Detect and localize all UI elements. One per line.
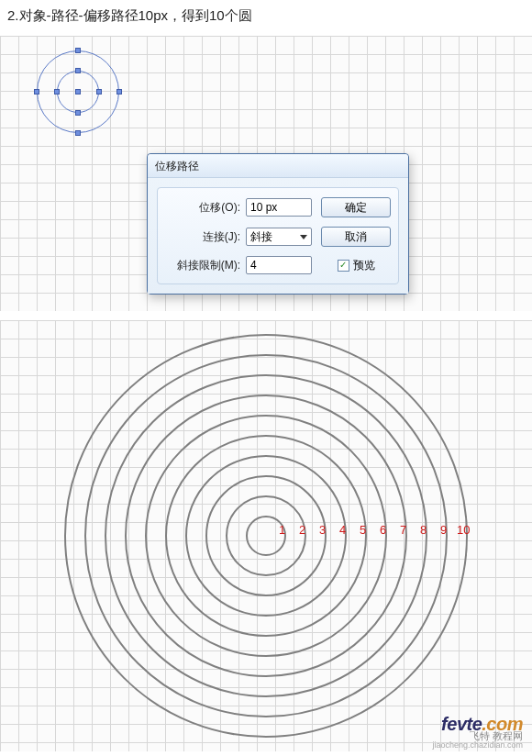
preview-checkbox[interactable]: ✓ <box>338 260 349 272</box>
dialog-titlebar[interactable]: 位移路径 <box>148 154 408 178</box>
miter-input[interactable] <box>246 256 312 274</box>
offset-label: 位移(O): <box>199 200 240 216</box>
handle-s[interactable] <box>75 110 81 116</box>
watermark-line3: jiaocheng.chazidian.com <box>432 741 523 750</box>
handle-outer-e[interactable] <box>116 89 122 94</box>
handle-e[interactable] <box>96 89 102 94</box>
canvas-bottom: 1 2 3 4 5 6 7 8 9 10 fevte.com 飞特 教程网 ji… <box>0 320 532 751</box>
join-dropdown[interactable]: 斜接 <box>246 228 312 246</box>
ring-label-10: 10 <box>457 522 470 536</box>
dialog-title: 位移路径 <box>155 160 199 172</box>
ring-label-1: 1 <box>279 522 285 536</box>
join-row: 连接(J): 斜接 <box>165 228 312 246</box>
ring-label-4: 4 <box>339 522 346 536</box>
preview-row[interactable]: ✓ 预览 <box>321 258 391 273</box>
handle-outer-s[interactable] <box>75 130 81 136</box>
chevron-down-icon <box>300 235 307 239</box>
join-value: 斜接 <box>250 229 272 245</box>
handle-w[interactable] <box>54 89 60 94</box>
ring-label-7: 7 <box>400 522 406 536</box>
ring-label-2: 2 <box>299 522 305 536</box>
miter-row: 斜接限制(M): <box>165 256 312 274</box>
offset-row: 位移(O): <box>165 198 312 217</box>
cancel-button[interactable]: 取消 <box>321 227 391 247</box>
preview-label: 预览 <box>353 258 375 273</box>
canvas-top: 位移路径 位移(O): 确定 连接(J): 斜接 取消 斜接限 <box>0 36 532 311</box>
ring-label-3: 3 <box>319 522 326 536</box>
handle-outer-w[interactable] <box>34 89 39 94</box>
dialog-body: 位移(O): 确定 连接(J): 斜接 取消 斜接限制(M): <box>148 178 408 294</box>
watermark: fevte.com 飞特 教程网 jiaocheng.chazidian.com <box>432 715 523 750</box>
join-label: 连接(J): <box>203 229 240 245</box>
handle-n[interactable] <box>75 68 81 73</box>
step-title: 2.对象-路径-偏移路径10px，得到10个圆 <box>0 0 532 36</box>
ok-button[interactable]: 确定 <box>321 197 391 217</box>
ring-10[interactable] <box>64 334 468 738</box>
ring-label-8: 8 <box>420 522 427 536</box>
miter-label: 斜接限制(M): <box>177 258 240 273</box>
ring-label-6: 6 <box>380 522 386 536</box>
handle-c[interactable] <box>75 89 81 94</box>
offset-path-dialog[interactable]: 位移路径 位移(O): 确定 连接(J): 斜接 取消 斜接限 <box>147 153 409 295</box>
handle-outer-n[interactable] <box>75 48 81 53</box>
ring-label-5: 5 <box>360 522 366 536</box>
offset-input[interactable] <box>246 198 312 217</box>
selected-circles[interactable] <box>37 50 119 133</box>
ring-label-9: 9 <box>440 522 447 536</box>
